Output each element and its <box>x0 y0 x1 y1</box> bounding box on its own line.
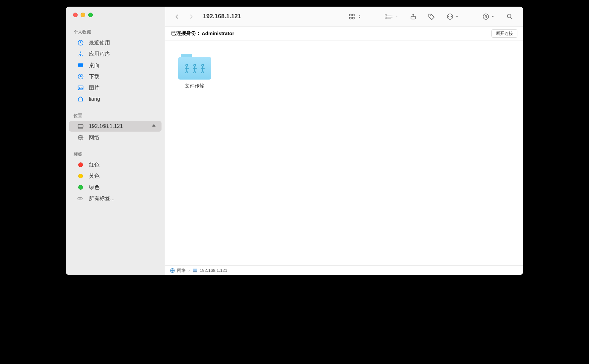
shared-folder-icon <box>178 54 211 80</box>
svg-point-24 <box>507 14 511 18</box>
window-title: 192.168.1.121 <box>203 13 241 20</box>
globe-icon <box>77 134 84 141</box>
sidebar-item-label: 红色 <box>89 161 99 168</box>
svg-rect-31 <box>193 272 197 272</box>
sidebar-tag-all[interactable]: 所有标签... <box>69 193 162 204</box>
svg-rect-2 <box>78 63 83 64</box>
sidebar-item-label: 黄色 <box>89 173 99 180</box>
image-icon <box>77 84 84 91</box>
sidebar-item-label: 图片 <box>89 85 99 91</box>
sidebar-item-desktop[interactable]: 桌面 <box>69 60 162 71</box>
svg-point-20 <box>450 16 450 17</box>
svg-point-5 <box>79 87 80 88</box>
apps-icon <box>77 50 84 58</box>
desktop-icon <box>77 62 84 69</box>
sidebar-item-label: 下载 <box>89 73 99 80</box>
sidebar: 个人收藏 最近使用 应用程序 <box>66 7 165 275</box>
home-icon <box>77 95 84 103</box>
svg-point-21 <box>451 16 452 17</box>
folder-item[interactable]: 文件传输 <box>173 54 216 89</box>
svg-rect-12 <box>350 17 352 19</box>
sidebar-section-favorites-title: 个人收藏 <box>66 27 165 37</box>
chevron-right-icon: › <box>188 268 190 273</box>
download-icon <box>77 73 84 80</box>
connection-bar: 已连接身份： Administrator 断开连接 <box>165 27 523 40</box>
svg-rect-15 <box>385 17 386 18</box>
sidebar-item-home[interactable]: liang <box>69 94 162 104</box>
zoom-button[interactable] <box>88 13 93 17</box>
connection-label: 已连接身份： <box>171 30 201 36</box>
share-button[interactable] <box>406 12 421 22</box>
tag-dot-red-icon <box>77 161 84 168</box>
sidebar-item-label: 最近使用 <box>89 39 110 46</box>
finder-window: 个人收藏 最近使用 应用程序 <box>66 7 523 275</box>
minimize-button[interactable] <box>81 13 85 17</box>
sidebar-item-server[interactable]: 192.168.1.121 <box>69 121 162 132</box>
sidebar-item-label: 绿色 <box>89 184 99 191</box>
svg-rect-10 <box>350 14 352 16</box>
sidebar-tag-green[interactable]: 绿色 <box>69 182 162 193</box>
registered-button[interactable]: R <box>478 12 499 22</box>
sidebar-item-network[interactable]: 网络 <box>69 132 162 143</box>
sidebar-item-label: 192.168.1.121 <box>89 123 123 129</box>
sidebar-item-label: 应用程序 <box>89 51 110 58</box>
sidebar-item-applications[interactable]: 应用程序 <box>69 49 162 59</box>
path-crumb-label: 网络 <box>177 268 186 273</box>
all-tags-icon <box>77 195 84 202</box>
back-button[interactable] <box>174 13 180 20</box>
svg-point-27 <box>202 64 204 66</box>
svg-point-17 <box>430 15 431 16</box>
view-mode-button[interactable] <box>344 12 365 22</box>
toolbar: 192.168.1.121 <box>165 7 523 27</box>
disconnect-button[interactable]: 断开连接 <box>491 29 517 38</box>
forward-button[interactable] <box>188 13 194 20</box>
sidebar-section-tags-title: 标签 <box>66 149 165 159</box>
sidebar-tag-yellow[interactable]: 黄色 <box>69 171 162 181</box>
sidebar-item-label: liang <box>89 96 100 102</box>
tag-dot-yellow-icon <box>77 172 84 180</box>
path-crumb-server[interactable]: 192.168.1.121 <box>192 268 227 273</box>
content-area[interactable]: 文件传输 <box>165 40 523 265</box>
path-crumb-network[interactable]: 网络 <box>170 268 186 273</box>
sidebar-item-pictures[interactable]: 图片 <box>69 83 162 93</box>
tag-dot-green-icon <box>77 184 84 191</box>
sidebar-item-downloads[interactable]: 下载 <box>69 71 162 82</box>
svg-text:R: R <box>485 15 487 18</box>
server-icon <box>77 123 84 130</box>
sidebar-item-label: 桌面 <box>89 62 99 69</box>
svg-point-26 <box>194 64 196 66</box>
svg-rect-13 <box>353 17 355 19</box>
sidebar-item-label: 所有标签... <box>89 195 114 202</box>
close-button[interactable] <box>73 13 78 17</box>
actions-button[interactable] <box>442 12 463 22</box>
svg-rect-11 <box>353 14 355 16</box>
tags-button[interactable] <box>424 12 439 22</box>
sidebar-section-locations-title: 位置 <box>66 111 165 121</box>
eject-icon[interactable] <box>152 123 156 129</box>
sidebar-item-recents[interactable]: 最近使用 <box>69 37 162 48</box>
path-crumb-label: 192.168.1.121 <box>200 268 227 273</box>
sidebar-item-label: 网络 <box>89 134 99 141</box>
sidebar-tag-red[interactable]: 红色 <box>69 159 162 170</box>
folder-label: 文件传输 <box>185 83 205 89</box>
clock-icon <box>77 39 84 46</box>
group-by-button[interactable] <box>381 12 403 22</box>
path-bar: 网络 › 192.168.1.121 <box>165 265 523 275</box>
svg-point-25 <box>186 64 188 66</box>
svg-rect-6 <box>78 124 83 128</box>
connection-user: Administrator <box>202 30 234 36</box>
nav-arrows <box>174 13 194 20</box>
svg-rect-14 <box>385 14 386 16</box>
main-area: 192.168.1.121 <box>165 7 523 275</box>
svg-rect-30 <box>193 269 197 271</box>
window-controls <box>66 13 165 17</box>
search-button[interactable] <box>502 12 517 22</box>
svg-point-19 <box>448 16 449 17</box>
